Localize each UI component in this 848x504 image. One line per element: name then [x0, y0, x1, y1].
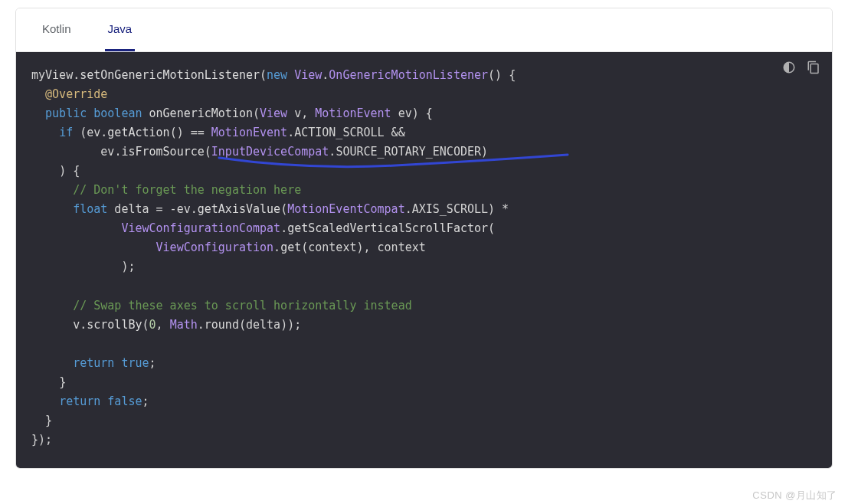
code-content[interactable]: myView.setOnGenericMotionListener(new Vi… [31, 66, 817, 450]
theme-toggle-icon[interactable] [781, 60, 797, 75]
code-card: Kotlin Java myView.setOnGenericMotionLis… [15, 8, 833, 469]
code-block: myView.setOnGenericMotionListener(new Vi… [16, 52, 832, 468]
tab-java[interactable]: Java [105, 8, 136, 51]
copy-icon[interactable] [806, 60, 821, 75]
code-actions [781, 60, 821, 75]
language-tabs: Kotlin Java [16, 8, 832, 52]
tab-kotlin[interactable]: Kotlin [39, 8, 74, 51]
